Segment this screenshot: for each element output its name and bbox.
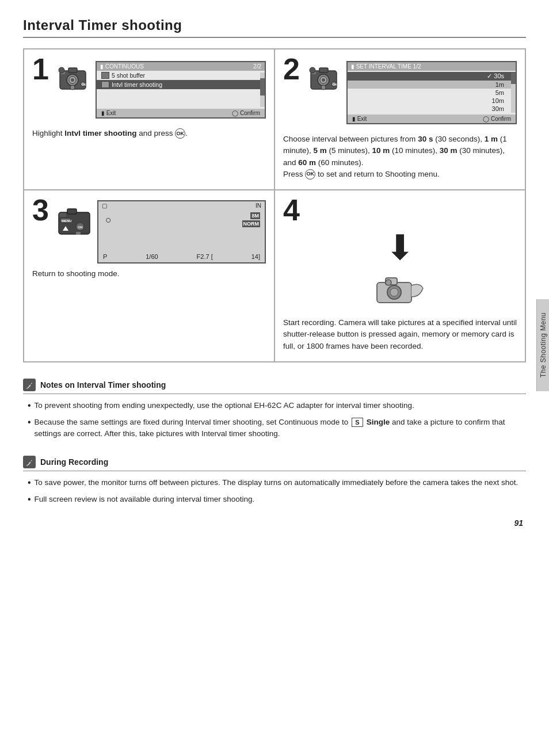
notes-recording-title: During Recording [40,457,108,467]
screen3-top: ▢ IN [98,201,265,210]
bullet-4: • [28,494,31,506]
step-4-text: Start recording. Camera will take pictur… [283,317,517,352]
screen1-header-icon: ▮ CONTINUOUS [100,63,144,70]
steps-grid: 1 OK [23,48,526,362]
step-1-number: 1 [32,54,49,84]
page-number: 91 [514,518,523,528]
svg-point-4 [71,78,74,82]
notes-interval-header: 𝒿 Notes on Interval Timer shooting [23,379,526,394]
screen1-item-buffer-label: 5 shot buffer [112,72,145,79]
notes-interval-item-2-text: Because the same settings are fixed duri… [35,417,526,440]
svg-point-32 [390,288,398,296]
step-1-screen: ▮ CONTINUOUS 2/2 5 shot buffer Intvl tim… [96,61,266,119]
screen1-item-buffer: 5 shot buffer [97,71,265,80]
screen1-item-intvl: Intvl timer shooting [97,80,265,89]
svg-point-33 [386,280,391,285]
single-mode-icon: S [352,418,363,427]
svg-rect-22 [59,213,66,217]
screen2-confirm-label: ◯ Confirm [483,116,511,122]
screen1-confirm-label: ◯ Confirm [232,110,260,116]
screen3-norm-badge: NORM [242,220,261,227]
step-2-screen: ▮ SET INTERVAL TIME 1/2 ✓ 30s 1m 5m 10m … [346,61,517,124]
notes-recording-item-1: • To save power, the monitor turns off b… [28,477,526,489]
notes-interval-item-2: • Because the same settings are fixed du… [28,417,526,440]
svg-text:OK: OK [333,83,337,86]
screen3-bottom: P 1/60 F2.7 [ 14] [98,253,265,260]
screen1-item-icon [101,72,109,79]
bullet-2: • [28,417,31,429]
screen1-item-intvl-label: Intvl timer shooting [112,81,162,88]
notes-recording-item-2-text: Full screen review is not available duri… [35,494,255,505]
svg-point-19 [321,85,326,90]
title-divider [23,37,526,38]
screen2-scrollbar [511,72,516,113]
camera-icon-1: OK [57,62,89,94]
screen3-middle: ○ 8M NORM [98,210,265,230]
screen2-item-30s: ✓ 30s [348,72,516,81]
page-title: Interval Timer shooting [23,17,526,33]
shutter-hand-icon [371,265,429,306]
camera-icon-3: MENU OK [57,202,92,239]
screen3-8m-badge: 8M [250,212,260,219]
notes-interval-icon: 𝒿 [23,379,36,391]
screen3-speed: 1/60 [146,253,158,260]
screen2-header-icon: ▮ SET INTERVAL TIME 1/2 [351,63,421,70]
ok-symbol-2: OK [305,169,315,180]
step-3-screen: ▢ IN ○ 8M NORM P 1/60 F2.7 [ 1 [97,200,266,264]
notes-interval-section: 𝒿 Notes on Interval Timer shooting • To … [23,379,526,440]
screen1-bottom-bar: ▮ Exit ◯ Confirm [97,109,265,117]
camera-body-3: MENU OK [57,202,92,239]
step-4-number: 4 [283,195,300,225]
screen1-item-intvl-icon [101,81,109,88]
screen2-item-30m: 30m [348,105,516,113]
screen3-aperture: F2.7 [ [197,253,213,260]
step-3-content: 3 MENU OK [32,197,266,264]
screen2-item-10m: 10m [348,97,516,105]
page-container: Interval Timer shooting 1 [0,0,549,539]
screen2-bottom-bar: ▮ Exit ◯ Confirm [348,114,516,123]
notes-recording-item-1-text: To save power, the monitor turns off bet… [35,477,518,488]
notes-recording-section: 𝒿 During Recording • To save power, the … [23,456,526,506]
step-4-arrow-area: ⬇ [283,225,517,306]
step-1-cell: 1 OK [24,49,274,190]
notes-recording-list: • To save power, the monitor turns off b… [23,477,526,506]
down-arrow-icon: ⬇ [386,231,414,265]
notes-interval-item-1-text: To prevent shooting from ending unexpect… [35,400,414,411]
svg-point-14 [322,78,325,82]
bullet-3: • [28,477,31,489]
notes-interval-title: Notes on Interval Timer shooting [40,380,166,390]
svg-text:OK: OK [82,83,86,86]
notes-interval-list: • To prevent shooting from ending unexpe… [23,400,526,440]
step-3-cell: 3 MENU OK [24,190,274,362]
svg-rect-11 [319,68,328,72]
screen2-item-1m: 1m [348,81,516,89]
screen3-circle-icon: ○ [105,214,112,226]
screen3-top-left: ▢ [102,203,107,209]
svg-point-9 [70,85,75,90]
step-3-text: Return to shooting mode. [32,268,266,280]
step-1-content: 1 OK [32,56,266,123]
screen3-right-icons: 8M NORM [242,212,261,227]
svg-rect-1 [68,68,77,72]
step-2-cell: 2 OK ▮ SET INTERVAL TIM [274,49,525,190]
step-4-cell: 4 ⬇ [274,190,525,362]
screen2-item-5m: 5m [348,89,516,97]
notes-interval-item-1: • To prevent shooting from ending unexpe… [28,400,526,412]
side-tab: The Shooting Menu [536,299,549,391]
camera-icon-2: OK [308,62,340,94]
step-1-text: Highlight Intvl timer shooting and press… [32,128,266,139]
notes-recording-icon: 𝒿 [23,456,36,468]
svg-rect-28 [76,232,81,235]
notes-recording-item-2: • Full screen review is not available du… [28,494,526,506]
screen2-items: ✓ 30s 1m 5m 10m 30m [348,71,516,114]
screen3-top-right: IN [256,203,261,209]
bullet-1: • [28,400,31,412]
screen1-scrollbar-thumb [260,78,265,96]
step-2-number: 2 [283,54,300,84]
screen1-exit-label: ▮ Exit [101,110,116,116]
svg-rect-21 [67,209,77,214]
step-3-number: 3 [32,195,49,225]
side-tab-text: The Shooting Menu [539,312,547,377]
svg-text:MENU: MENU [62,219,72,223]
screen2-exit-label: ▮ Exit [352,116,367,122]
